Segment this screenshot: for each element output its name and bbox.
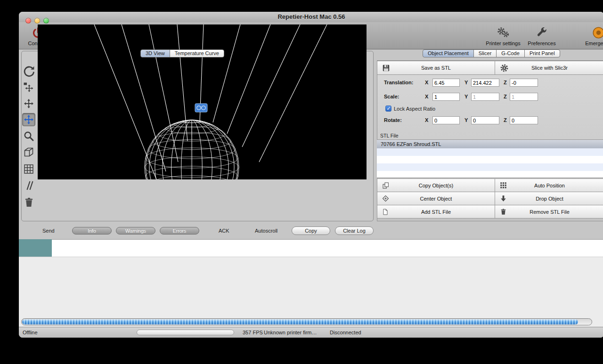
translation-y-input[interactable] — [471, 79, 499, 87]
translation-z-input[interactable] — [510, 79, 538, 87]
log-output-area[interactable] — [19, 239, 603, 257]
zoom-window-button[interactable] — [43, 18, 49, 24]
move-view-button[interactable] — [22, 97, 35, 110]
log-background-area — [19, 257, 603, 327]
stl-object-icon — [195, 104, 207, 112]
button-label: Center Object — [377, 196, 495, 202]
minimize-window-button[interactable] — [34, 18, 40, 24]
status-bar: Offline 357 FPS Unknown printer firm… Di… — [19, 327, 603, 338]
preferences-button[interactable]: Preferences — [519, 24, 564, 46]
stl-list-empty-row — [377, 156, 603, 163]
button-label: Copy Object(s) — [377, 183, 495, 188]
scale-row: Scale: X Y Z — [384, 93, 572, 101]
rotate-x-input[interactable] — [432, 116, 460, 124]
tab-slicer[interactable]: Slicer — [473, 49, 497, 57]
show-bed-grid-button[interactable] — [22, 162, 35, 176]
move-object-button[interactable] — [22, 113, 35, 126]
window-title: Repetier-Host Mac 0.56 — [19, 12, 603, 22]
close-window-button[interactable] — [25, 18, 31, 24]
parallel-projection-button[interactable] — [22, 179, 35, 192]
x-axis-label: X — [425, 80, 428, 85]
lock-aspect-row: Lock Aspect Ratio — [385, 105, 435, 112]
rotate-row: Rotate: X Y Z — [384, 116, 572, 125]
stl-list-empty-row — [377, 171, 603, 178]
log-selection-block — [19, 239, 52, 257]
z-axis-label: Z — [504, 94, 507, 99]
ack-toggle[interactable]: ACK — [219, 228, 229, 234]
tab-3d-view[interactable]: 3D View — [140, 49, 170, 57]
translation-label: Translation: — [384, 80, 413, 85]
x-axis-label: X — [425, 117, 428, 123]
auto-position-button[interactable]: Auto Position — [495, 178, 603, 192]
iso-view-icon — [23, 146, 34, 158]
errors-filter-toggle[interactable]: Errors — [160, 227, 199, 235]
stl-list-empty-row — [377, 163, 603, 171]
button-label: Save as STL — [377, 65, 495, 71]
scale-x-input[interactable] — [432, 93, 460, 101]
stl-file-list[interactable]: 70766 EZFan Shroud.STL — [377, 139, 603, 178]
scale-z-input[interactable] — [510, 93, 538, 101]
wrench-icon — [519, 24, 564, 40]
move-viewpoint-button[interactable] — [22, 81, 35, 94]
stl-list-item-selected[interactable]: 70766 EZFan Shroud.STL — [377, 140, 603, 148]
isometric-view-button[interactable] — [22, 146, 35, 159]
print-progress-bar — [21, 318, 592, 325]
rotate-label: Rotate: — [384, 117, 402, 123]
move-view-icon — [23, 82, 34, 93]
fps-indicator: 357 FPS — [243, 330, 263, 335]
x-axis-label: X — [425, 94, 428, 99]
tab-print-panel[interactable]: Print Panel — [524, 49, 560, 57]
rotate-view-button[interactable] — [22, 65, 35, 78]
copy-objects-button[interactable]: Copy Object(s) — [377, 178, 495, 192]
clear-log-button[interactable]: Clear Log — [335, 226, 374, 235]
scale-y-input[interactable] — [471, 93, 499, 101]
tab-temperature-curve[interactable]: Temperature Curve — [170, 49, 224, 57]
lock-aspect-label: Lock Aspect Ratio — [394, 106, 435, 112]
emergency-button[interactable]: Emergency — [576, 24, 603, 46]
scale-label: Scale: — [384, 94, 399, 99]
toolbar-label: Preferences — [519, 40, 564, 46]
button-label: Add STL File — [377, 209, 495, 215]
copy-log-button[interactable]: Copy — [292, 226, 330, 235]
slice-with-slic3r-button[interactable]: Slice with Slic3r — [495, 61, 603, 75]
save-as-stl-button[interactable]: Save as STL — [377, 61, 495, 75]
rotate-z-input[interactable] — [510, 116, 538, 124]
toolbar-label: Emergency — [576, 40, 603, 46]
y-axis-label: Y — [464, 94, 468, 99]
zoom-button[interactable] — [22, 129, 35, 143]
stl-list-empty-row — [377, 148, 603, 156]
add-stl-file-button[interactable]: Add STL File — [377, 205, 495, 218]
translation-x-input[interactable] — [432, 79, 460, 87]
zoom-icon — [23, 130, 34, 142]
warnings-filter-toggle[interactable]: Warnings — [116, 227, 155, 235]
tab-gcode[interactable]: G-Code — [496, 49, 525, 57]
delete-object-button[interactable] — [22, 195, 35, 209]
remove-stl-file-button[interactable]: Remove STL File — [495, 205, 603, 218]
button-label: Drop Object — [495, 196, 603, 202]
autoscroll-toggle[interactable]: Autoscroll — [255, 228, 277, 234]
button-label: Slice with Slic3r — [495, 65, 603, 71]
rotate-y-input[interactable] — [471, 116, 499, 124]
send-label: Send — [42, 228, 55, 234]
view-tabs: 3D View Temperature Curve — [140, 49, 224, 57]
button-label: Remove STL File — [495, 209, 603, 215]
travel-moves-lines — [94, 24, 327, 179]
app-window: Repetier-Host Mac 0.56 Connect Load G-Co… — [19, 12, 603, 338]
3d-viewport[interactable] — [38, 24, 367, 179]
center-object-button[interactable]: Center Object — [377, 192, 495, 205]
drop-object-button[interactable]: Drop Object — [495, 192, 603, 205]
tab-object-placement[interactable]: Object Placement — [423, 49, 474, 57]
firmware-status: Unknown printer firm… — [264, 330, 317, 335]
grid-icon — [23, 163, 34, 175]
print-progress-fill — [22, 319, 578, 324]
info-filter-toggle[interactable]: Info — [72, 227, 112, 235]
traffic-lights — [25, 18, 49, 24]
trash-icon — [24, 197, 34, 208]
move-icon — [23, 98, 34, 109]
temp-progress-bar — [137, 330, 234, 335]
translation-row: Translation: X Y Z — [384, 79, 572, 87]
disconnected-status: Disconnected — [330, 330, 361, 335]
lock-aspect-checkbox[interactable] — [385, 105, 391, 112]
stl-file-header: STL File — [380, 133, 399, 138]
emergency-icon — [576, 24, 603, 40]
